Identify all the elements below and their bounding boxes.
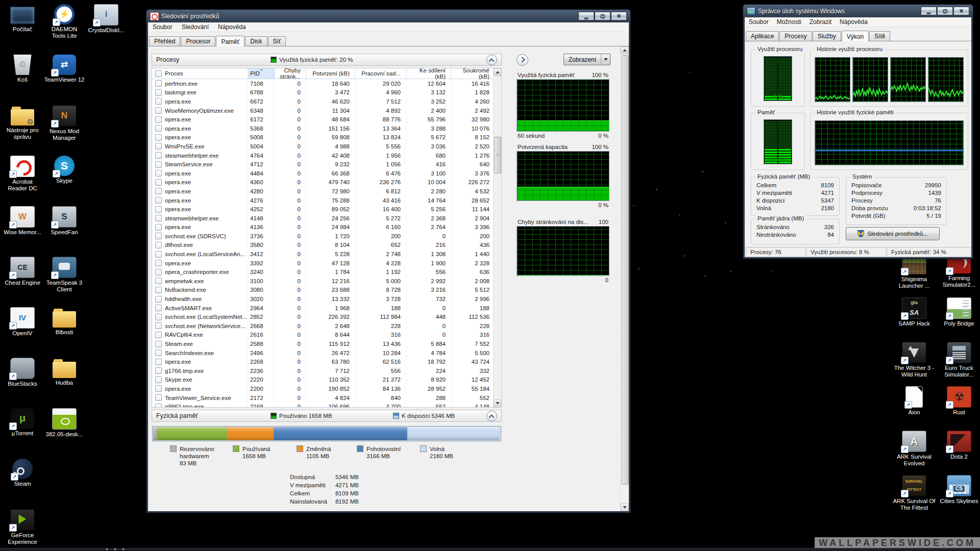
process-checkbox[interactable] (155, 251, 162, 258)
process-checkbox[interactable] (155, 125, 162, 132)
process-row[interactable]: opera.exe 2268 0 63 780 62 516 18 792 43… (152, 357, 501, 366)
process-checkbox[interactable] (155, 116, 162, 123)
desktop-icon[interactable]: ↗ µTorrent (2, 408, 43, 459)
tab[interactable]: Síť (268, 36, 286, 46)
col-soukrome[interactable]: Soukromé (kB) (451, 68, 495, 79)
desktop-icon[interactable]: ↗ Wise Memor... (2, 206, 43, 257)
collapse-section-button[interactable] (486, 411, 497, 421)
process-checkbox[interactable] (155, 367, 162, 374)
process-checkbox[interactable] (155, 305, 162, 311)
process-row[interactable]: steamwebhelper.exe 4148 0 24 256 5 272 2… (152, 214, 501, 223)
desktop-icon[interactable]: ↗ TeamViewer 12 (44, 55, 85, 105)
desktop-icon[interactable]: ↗ OpenIV (2, 307, 43, 358)
menu-item[interactable]: Možnosti (773, 18, 805, 26)
process-checkbox[interactable] (155, 385, 162, 392)
menu-item[interactable]: Soubor (148, 23, 177, 31)
process-checkbox[interactable] (155, 98, 162, 105)
process-row[interactable]: opera.exe 4484 0 66 368 6 476 3 100 3 37… (152, 169, 501, 178)
process-checkbox[interactable] (155, 269, 162, 276)
tab[interactable]: Disk (245, 36, 267, 46)
tab[interactable]: Paměť (216, 36, 244, 46)
process-checkbox[interactable] (155, 242, 162, 248)
tab[interactable]: Sítě (869, 31, 890, 41)
col-potvrzeni[interactable]: Potvrzení (kB) (306, 68, 355, 79)
desktop-icon[interactable]: ↗ Shiginima Launcher ... (892, 253, 936, 297)
collapse-section-button[interactable] (486, 55, 497, 65)
process-row[interactable]: WmiPrvSE.exe 5004 0 4 988 5 556 3 036 2 … (152, 142, 501, 151)
col-chyby[interactable]: Chyby stránk... (275, 68, 306, 79)
desktop-icon[interactable]: ↗ SpeedFan (44, 206, 85, 257)
desktop-icon[interactable]: ↗ Cities Skylines (937, 475, 980, 519)
chevron-down-icon[interactable] (601, 54, 610, 65)
process-checkbox[interactable] (155, 188, 162, 194)
process-row[interactable]: SearchIndexer.exe 2496 0 26 472 10 284 4… (152, 348, 501, 358)
process-checkbox[interactable] (155, 349, 162, 356)
process-checkbox[interactable] (155, 359, 162, 365)
process-row[interactable]: opera.exe 6672 0 46 620 7 512 3 252 4 26… (152, 97, 501, 106)
process-checkbox[interactable] (155, 332, 162, 338)
process-row[interactable]: svchost.exe (LocalSystemNet... 2852 0 22… (152, 312, 501, 321)
desktop-icon[interactable]: ↗ Nástroje pro správu (2, 105, 43, 156)
tab[interactable]: Procesor (181, 36, 215, 46)
tab[interactable]: Přehled (149, 36, 180, 46)
scroll-down-arrow[interactable] (494, 399, 501, 407)
process-row[interactable]: g1766.tmp.exe 2236 0 7 712 556 224 332 (152, 366, 501, 375)
menu-item[interactable]: Sledování (177, 23, 213, 31)
menu-item[interactable]: Zobrazit (805, 18, 836, 26)
process-checkbox[interactable] (155, 296, 162, 303)
desktop-icon[interactable]: ↗ Cheat Engine (2, 257, 43, 307)
tab[interactable]: Aplikace (746, 31, 779, 41)
scroll-up-arrow[interactable] (621, 46, 629, 54)
process-row[interactable]: dllhost.exe 3580 0 8 104 652 216 436 (152, 241, 501, 250)
process-checkbox[interactable] (155, 260, 162, 266)
process-row[interactable]: ActiveSMART.exe 2964 0 1 968 188 0 188 (152, 304, 501, 313)
process-row[interactable]: Steam.exe 2588 0 115 912 13 436 5 884 7 … (152, 339, 501, 348)
maximize-button[interactable]: ▢ (937, 7, 953, 15)
desktop-icon[interactable]: ↗ The Witcher 3 - Wild Hunt (892, 342, 936, 386)
desktop-icon[interactable]: ↗ Nexus Mod Manager (44, 105, 85, 156)
process-checkbox[interactable] (155, 394, 162, 401)
process-checkbox[interactable] (155, 143, 162, 149)
process-row[interactable]: opera.exe 6172 0 48 684 88 776 55 796 32… (152, 115, 501, 124)
process-row[interactable]: svchost.exe (NetworkService... 2668 0 2 … (152, 321, 501, 331)
process-checkbox[interactable] (155, 224, 162, 231)
process-checkbox[interactable] (155, 197, 162, 204)
col-pid[interactable]: PID (248, 68, 275, 79)
process-row[interactable]: taskmgr.exe 6788 0 3 472 4 960 3 132 1 8… (152, 88, 501, 97)
table-scrollbar[interactable] (493, 68, 501, 407)
desktop-icon[interactable]: ↗ Dota 2 (937, 431, 980, 475)
desktop-icon[interactable]: ↗ Skype (44, 156, 85, 206)
minimize-button[interactable]: ▁ (921, 7, 937, 15)
process-checkbox[interactable] (155, 377, 162, 383)
close-button[interactable]: ✕ (953, 7, 969, 15)
process-checkbox[interactable] (155, 206, 162, 213)
window-scrollbar[interactable] (620, 46, 629, 511)
process-row[interactable]: opera.exe 5368 0 151 156 13 364 3 288 10… (152, 124, 501, 133)
tab[interactable]: Služby (813, 31, 841, 41)
expand-panel-button[interactable] (517, 54, 528, 66)
open-resource-monitor-button[interactable]: Sledování prostředků... (846, 227, 940, 240)
desktop-icon[interactable]: ↗ Farming Simulator2... (937, 253, 980, 297)
desktop-icon[interactable]: ↗ GeForce Experience (2, 509, 43, 551)
process-row[interactable]: opera.exe 4360 0 479 740 236 276 10 004 … (152, 178, 501, 187)
process-checkbox[interactable] (155, 89, 162, 96)
taskman-titlebar[interactable]: Správce úloh systému Windows ▁ ▢ ✕ (745, 5, 971, 17)
process-row[interactable]: opera.exe 4136 0 24 984 6 160 2 764 3 39… (152, 223, 501, 232)
desktop-icon[interactable]: ↗ ARK Survival Evolved (892, 431, 936, 475)
minimize-button[interactable]: ▁ (578, 12, 594, 20)
process-checkbox[interactable] (155, 170, 162, 177)
process-checkbox[interactable] (155, 341, 162, 347)
processes-section-header[interactable]: Procesy Využitá fyzická paměť: 20 % (152, 54, 502, 66)
process-checkbox[interactable] (155, 287, 162, 293)
process-checkbox[interactable] (155, 215, 162, 221)
view-dropdown-button[interactable]: Zobrazení (564, 54, 610, 65)
process-checkbox[interactable] (155, 404, 162, 408)
scroll-thumb[interactable] (622, 55, 629, 485)
process-row[interactable]: opera.exe 4252 0 89 052 16 400 5 256 11 … (152, 205, 501, 214)
menu-item[interactable]: Nápověda (836, 18, 872, 26)
process-row[interactable]: opera.exe 4280 0 72 980 6 812 2 280 4 53… (152, 187, 501, 196)
taskbar-edge[interactable] (0, 548, 980, 551)
resmon-titlebar[interactable]: Sledování prostředků ▁ ▢ ✕ (148, 10, 629, 22)
tab[interactable]: Výkon (842, 31, 869, 41)
process-checkbox[interactable] (155, 107, 162, 114)
